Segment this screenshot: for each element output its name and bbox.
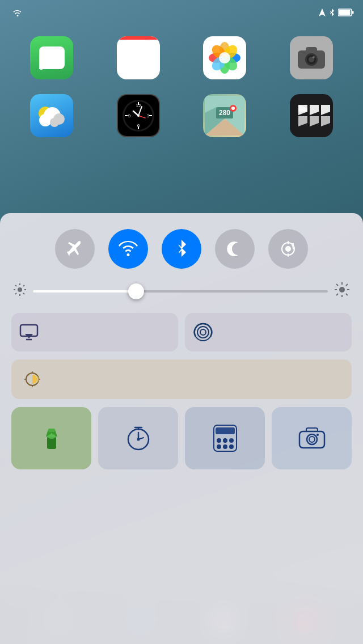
svg-point-69 <box>286 247 290 251</box>
app-clock[interactable]: 12 6 9 3 <box>95 88 182 146</box>
svg-point-38 <box>137 115 140 117</box>
wifi-status-icon <box>12 9 23 16</box>
status-right <box>319 9 354 16</box>
svg-text:280: 280 <box>219 109 230 117</box>
svg-point-122 <box>229 444 234 449</box>
camera-icon-img <box>290 36 333 79</box>
maps-icon: 280 <box>203 94 246 137</box>
svg-point-124 <box>307 434 317 444</box>
svg-point-13 <box>219 52 230 63</box>
videos-icon <box>290 94 333 137</box>
svg-point-94 <box>197 327 209 338</box>
svg-line-87 <box>346 294 348 295</box>
brightness-min-icon <box>14 283 26 299</box>
brightness-max-icon <box>335 282 349 300</box>
app-messages[interactable] <box>9 31 95 88</box>
utility-row <box>11 407 352 469</box>
do-not-disturb-toggle[interactable] <box>215 229 255 269</box>
svg-rect-3 <box>39 47 64 66</box>
svg-line-80 <box>15 293 16 294</box>
svg-point-114 <box>137 438 140 441</box>
svg-rect-2 <box>339 10 351 15</box>
home-screen-grid: 12 6 9 3 280 <box>0 25 363 152</box>
airplay-button[interactable] <box>11 313 178 351</box>
calculator-button[interactable] <box>185 407 265 469</box>
svg-point-126 <box>316 434 319 436</box>
battery-icon <box>338 9 354 16</box>
calendar-icon <box>117 36 160 79</box>
svg-marker-4 <box>39 66 49 70</box>
svg-point-19 <box>313 56 315 58</box>
camera2-button[interactable] <box>272 407 352 469</box>
svg-text:6: 6 <box>137 123 140 128</box>
svg-point-118 <box>223 438 227 443</box>
svg-point-24 <box>50 118 59 127</box>
svg-rect-1 <box>352 11 354 14</box>
svg-rect-116 <box>216 427 235 434</box>
bluetooth-toggle[interactable] <box>162 229 201 269</box>
svg-point-81 <box>339 287 345 293</box>
svg-point-72 <box>18 287 22 292</box>
svg-line-79 <box>23 285 24 286</box>
svg-line-89 <box>336 294 338 295</box>
svg-line-86 <box>336 284 338 286</box>
app-weather[interactable] <box>9 88 95 146</box>
app-camera[interactable] <box>268 31 355 88</box>
svg-point-120 <box>217 444 221 449</box>
svg-text:12: 12 <box>136 103 141 108</box>
airplane-mode-toggle[interactable] <box>55 229 95 269</box>
svg-point-125 <box>309 437 315 442</box>
control-center <box>0 213 363 644</box>
svg-point-95 <box>200 329 206 335</box>
calendar-day-name <box>117 36 160 40</box>
svg-point-22 <box>39 114 52 126</box>
wifi-toggle[interactable] <box>108 229 148 269</box>
svg-point-119 <box>229 438 234 443</box>
toggle-row <box>11 229 352 269</box>
location-icon <box>319 9 326 16</box>
svg-text:3: 3 <box>147 113 150 118</box>
brightness-fill <box>33 290 136 293</box>
rotation-lock-toggle[interactable] <box>268 229 308 269</box>
svg-line-78 <box>23 293 24 294</box>
status-left <box>9 9 23 16</box>
feature-row <box>11 313 352 351</box>
photos-icon <box>203 36 246 79</box>
brightness-slider-row <box>11 282 352 300</box>
clock-icon: 12 6 9 3 <box>117 94 160 137</box>
svg-rect-15 <box>306 47 317 53</box>
svg-text:9: 9 <box>128 113 131 118</box>
status-bar <box>0 0 363 25</box>
app-photos[interactable] <box>182 31 268 88</box>
svg-point-117 <box>217 438 221 443</box>
app-maps[interactable]: 280 <box>182 88 268 146</box>
app-calendar[interactable] <box>95 31 182 88</box>
timer-button[interactable] <box>98 407 178 469</box>
svg-line-88 <box>346 284 348 286</box>
svg-point-45 <box>231 107 235 110</box>
flashlight-button[interactable] <box>11 407 91 469</box>
bluetooth-status-icon <box>329 9 335 16</box>
messages-icon <box>30 36 73 79</box>
svg-line-77 <box>15 285 16 286</box>
brightness-track[interactable] <box>33 290 328 293</box>
airdrop-button[interactable] <box>185 313 352 351</box>
svg-point-97 <box>28 375 37 384</box>
svg-point-121 <box>223 444 227 449</box>
night-shift-button[interactable] <box>11 359 352 399</box>
app-videos[interactable] <box>268 88 355 146</box>
weather-icon <box>30 94 73 137</box>
brightness-thumb[interactable] <box>128 283 144 299</box>
svg-rect-105 <box>48 429 55 432</box>
